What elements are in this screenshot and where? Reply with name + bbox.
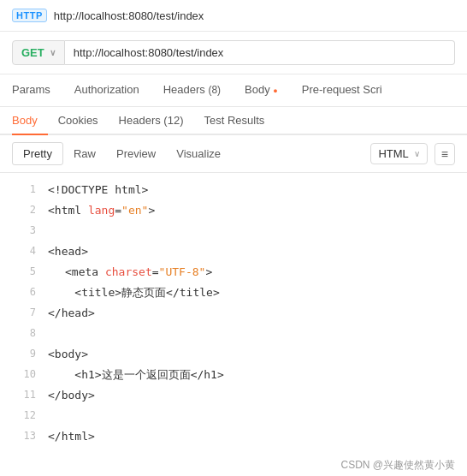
subtabs-row: Pretty Raw Preview Visualize HTML ∨ ≡	[0, 135, 467, 173]
tabs-row-2: Body Cookies Headers (12) Test Results	[0, 107, 467, 135]
subtab-raw[interactable]: Raw	[63, 143, 106, 164]
code-line-13: 13 </html>	[0, 426, 467, 447]
code-content: <meta charset="UTF-8">	[48, 262, 212, 282]
code-content: </html>	[48, 426, 95, 446]
code-content: </head>	[48, 303, 95, 323]
footer-text: CSDN @兴趣使然黄小黄	[340, 459, 455, 471]
code-content: <title>静态页面</title>	[48, 283, 220, 302]
tab-params[interactable]: Params	[12, 74, 62, 106]
code-content: <head>	[48, 241, 88, 261]
subtab-preview[interactable]: Preview	[106, 143, 166, 164]
tab-test-results[interactable]: Test Results	[193, 107, 275, 135]
code-line-9: 9 <body>	[0, 344, 467, 365]
request-row: GET ∨	[0, 32, 467, 74]
code-line-3: 3	[0, 221, 467, 241]
tab-headers-resp[interactable]: Headers (12)	[109, 107, 194, 135]
tab-headers-req[interactable]: Headers (8)	[151, 74, 233, 106]
line-num: 7	[12, 303, 36, 323]
code-line-4: 4 <head>	[0, 241, 467, 262]
line-num: 5	[12, 262, 36, 282]
code-line-2: 2 <html lang="en">	[0, 200, 467, 221]
http-badge: HTTP	[12, 9, 47, 22]
method-label: GET	[21, 46, 44, 59]
tab-cookies[interactable]: Cookies	[48, 107, 109, 135]
code-content: </body>	[48, 385, 95, 405]
code-content: <body>	[48, 344, 88, 364]
code-line-7: 7 </head>	[0, 303, 467, 324]
line-num: 9	[12, 344, 36, 364]
code-line-8: 8	[0, 324, 467, 344]
subtab-visualize[interactable]: Visualize	[166, 143, 231, 164]
line-num: 12	[12, 406, 36, 425]
code-line-1: 1 <!DOCTYPE html>	[0, 180, 467, 200]
line-num: 13	[12, 426, 36, 446]
code-content: <html lang="en">	[48, 200, 155, 220]
subtab-pretty[interactable]: Pretty	[12, 142, 63, 165]
code-line-5: 5 <meta charset="UTF-8">	[0, 262, 467, 283]
code-line-6: 6 <title>静态页面</title>	[0, 283, 467, 303]
url-bar: HTTP http://localhost:8080/test/index	[0, 0, 467, 32]
tabs-row-1: Params Authorization Headers (8) Body ● …	[0, 74, 467, 107]
format-label: HTML	[378, 147, 408, 160]
line-num: 3	[12, 221, 36, 241]
line-num: 1	[12, 180, 36, 199]
line-num: 6	[12, 283, 36, 302]
method-chevron-icon: ∨	[50, 48, 56, 57]
url-display: http://localhost:8080/test/index	[54, 9, 204, 22]
method-select[interactable]: GET ∨	[12, 40, 65, 65]
code-content: <!DOCTYPE html>	[48, 180, 148, 199]
format-dropdown[interactable]: HTML ∨	[370, 143, 427, 164]
tab-body-req[interactable]: Body ●	[233, 74, 290, 106]
tab-authorization[interactable]: Authorization	[62, 74, 151, 106]
code-line-12: 12	[0, 406, 467, 426]
format-selector: HTML ∨ ≡	[370, 143, 455, 165]
line-num: 4	[12, 241, 36, 261]
line-num: 8	[12, 324, 36, 343]
code-line-11: 11 </body>	[0, 385, 467, 406]
line-num: 2	[12, 200, 36, 220]
wrap-icon[interactable]: ≡	[434, 143, 455, 165]
tab-body-resp[interactable]: Body	[12, 107, 48, 135]
code-area: 1 <!DOCTYPE html> 2 <html lang="en"> 3 4…	[0, 173, 467, 476]
format-chevron-icon: ∨	[414, 149, 420, 158]
code-line-10: 10 <h1>这是一个返回页面</h1>	[0, 365, 467, 385]
footer: CSDN @兴趣使然黄小黄	[328, 455, 467, 476]
code-content: <h1>这是一个返回页面</h1>	[48, 365, 224, 384]
line-num: 11	[12, 385, 36, 405]
url-input[interactable]	[65, 40, 455, 65]
line-num: 10	[12, 365, 36, 384]
tab-pre-request[interactable]: Pre-request Scri	[290, 74, 394, 106]
